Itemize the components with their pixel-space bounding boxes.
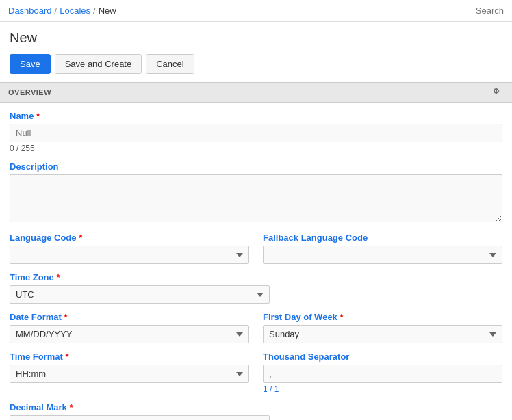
fallback-language-code-label: Fallback Language Code [263, 233, 502, 243]
time-format-select[interactable]: HH:mm [10, 365, 249, 383]
breadcrumb-locales[interactable]: Locales [60, 5, 90, 16]
description-input[interactable] [10, 174, 502, 222]
decimal-mark-row: Decimal Mark * 1 / 1 [10, 402, 502, 420]
search-input[interactable] [442, 5, 504, 16]
cancel-button[interactable]: Cancel [146, 54, 194, 74]
time-format-col: Time Format * HH:mm [10, 352, 249, 394]
name-row: Name * 0 / 255 [10, 111, 502, 153]
timezone-label: Time Zone * [10, 272, 502, 283]
decimal-mark-input[interactable] [10, 415, 270, 420]
date-format-select[interactable]: MM/DD/YYYY [10, 325, 249, 343]
thousand-separator-count: 1 / 1 [263, 384, 502, 394]
language-code-col: Language Code * [10, 233, 249, 264]
breadcrumb-dashboard[interactable]: Dashboard [8, 5, 52, 16]
overview-label: OVERVIEW [8, 88, 51, 96]
date-format-row: Date Format * MM/DD/YYYY First Day of We… [10, 312, 502, 343]
name-input[interactable] [10, 124, 502, 142]
breadcrumb-sep1: / [55, 5, 57, 16]
description-row: Description [10, 161, 502, 224]
save-and-create-button[interactable]: Save and Create [55, 54, 142, 74]
timezone-select[interactable]: UTC [10, 285, 270, 304]
fallback-language-code-col: Fallback Language Code [263, 233, 502, 264]
breadcrumb: Dashboard / Locales / New [8, 5, 116, 16]
first-day-label: First Day of Week * [263, 312, 502, 322]
date-format-col: Date Format * MM/DD/YYYY [10, 312, 249, 343]
overview-section-header: OVERVIEW ⚙ [0, 82, 512, 103]
gear-icon[interactable]: ⚙ [493, 87, 504, 98]
first-day-select[interactable]: Sunday [263, 325, 502, 343]
fallback-language-code-select[interactable] [263, 246, 502, 264]
name-label: Name * [10, 111, 502, 121]
description-label: Description [10, 161, 502, 172]
thousand-separator-input[interactable] [263, 365, 502, 383]
breadcrumb-current: New [99, 5, 116, 16]
timezone-row: Time Zone * UTC [10, 272, 502, 304]
date-format-label: Date Format * [10, 312, 249, 322]
form-body: Name * 0 / 255 Description Language Code… [0, 103, 512, 420]
language-code-select[interactable] [10, 246, 249, 264]
decimal-mark-label: Decimal Mark * [10, 402, 502, 412]
language-code-label: Language Code * [10, 233, 249, 243]
header: Dashboard / Locales / New [0, 0, 512, 22]
language-code-row: Language Code * Fallback Language Code [10, 233, 502, 264]
first-day-col: First Day of Week * Sunday [263, 312, 502, 343]
save-button[interactable]: Save [10, 54, 51, 74]
name-char-count: 0 / 255 [10, 144, 502, 153]
thousand-separator-col: Thousand Separator 1 / 1 [263, 352, 502, 394]
time-format-row: Time Format * HH:mm Thousand Separator 1… [10, 352, 502, 394]
toolbar: Save Save and Create Cancel [0, 51, 512, 82]
breadcrumb-sep2: / [93, 5, 96, 16]
thousand-separator-label: Thousand Separator [263, 352, 502, 362]
time-format-label: Time Format * [10, 352, 249, 362]
page-title: New [0, 22, 512, 51]
